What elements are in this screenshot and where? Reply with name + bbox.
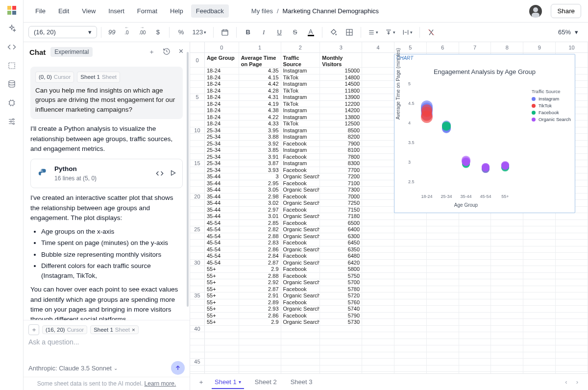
scrollbar[interactable] — [186, 42, 190, 390]
chevron-down-icon: ▾ — [575, 28, 578, 36]
menu-edit[interactable]: Edit — [53, 4, 74, 18]
breadcrumb-current: Marketing Channel Demographics — [283, 7, 379, 15]
svg-rect-2 — [9, 101, 14, 105]
assistant-message: I'll create a Python analysis to visuali… — [30, 124, 183, 320]
col-head[interactable]: 6 — [427, 42, 459, 52]
col-head[interactable]: 0 — [205, 42, 239, 52]
plus-icon[interactable]: ＋ — [148, 48, 155, 56]
strike-button[interactable]: S — [288, 25, 302, 40]
legend-item: TikTok — [539, 103, 552, 108]
italic-button[interactable]: I — [256, 25, 271, 40]
format-plain-number[interactable]: 99 — [105, 25, 118, 40]
h-align-button[interactable]: ▾ — [365, 25, 381, 40]
bullet-item: Bubble size representing monthly visitor… — [41, 250, 183, 260]
col-head[interactable]: 10 — [556, 42, 588, 52]
sparkle-icon[interactable] — [7, 24, 17, 33]
legend-item: Facebook — [539, 110, 559, 115]
wrap-button[interactable]: ▾ — [399, 25, 416, 40]
col-head[interactable]: 9 — [523, 42, 556, 52]
svg-point-1 — [9, 81, 15, 83]
menu-file[interactable]: File — [30, 4, 50, 18]
col-head[interactable]: 3 — [320, 42, 362, 52]
chart-legend: Traffic Source Instagram TikTok Facebook… — [532, 89, 571, 123]
database-icon[interactable] — [7, 79, 17, 89]
formula-off-icon[interactable] — [424, 25, 439, 40]
bullet-item: Different colors for each traffic source… — [41, 261, 183, 281]
select-box-icon[interactable] — [7, 61, 17, 71]
v-align-button[interactable]: ▾ — [382, 25, 398, 40]
zoom-control[interactable]: 65%▾ — [558, 28, 583, 36]
col-head[interactable]: 4 — [362, 42, 394, 52]
chevron-down-icon: ▾ — [393, 30, 395, 35]
menu-insert[interactable]: Insert — [103, 4, 129, 18]
main-area: File Edit View Insert Format Help Feedba… — [24, 0, 588, 390]
chevron-down-icon: ⌄ — [114, 366, 118, 371]
composer-cell-chip[interactable]: (16, 20) Cursor — [42, 325, 87, 334]
svg-point-4 — [10, 121, 12, 122]
svg-rect-0 — [9, 63, 15, 69]
currency-format[interactable]: $ — [150, 25, 165, 40]
menu-view[interactable]: View — [77, 4, 100, 18]
decrease-decimal[interactable]: .0← — [119, 25, 134, 40]
cell-reference[interactable]: (16, 20)▾ — [28, 26, 97, 38]
menu-help[interactable]: Help — [165, 4, 188, 18]
number-format-menu[interactable]: 123▾ — [189, 25, 209, 40]
send-button[interactable] — [171, 361, 185, 375]
cell-ref-text: (16, 20) — [34, 28, 56, 36]
menubar: File Edit View Insert Format Help Feedba… — [24, 0, 588, 23]
python-icon — [37, 167, 49, 180]
bold-button[interactable]: B — [241, 25, 255, 40]
toolbar: (16, 20)▾ 99 .0← .00→ $ % 123▾ B I U S A… — [24, 23, 588, 42]
avatar[interactable] — [529, 5, 542, 18]
add-sheet-button[interactable]: ＋ — [195, 376, 207, 388]
share-button[interactable]: Share — [551, 4, 581, 18]
chart-plot-area — [417, 84, 515, 182]
increase-decimal[interactable]: .00→ — [135, 25, 149, 40]
underline-button[interactable]: U — [272, 25, 287, 40]
embedded-chart[interactable]: CHART Engagement Analysis by Age Group A… — [394, 54, 575, 213]
settings-sliders-icon[interactable] — [7, 117, 17, 126]
next-sheet-icon[interactable]: › — [576, 378, 578, 386]
fill-color-button[interactable] — [326, 25, 341, 40]
close-icon[interactable]: ✕ — [178, 48, 184, 56]
code-icon[interactable] — [7, 42, 17, 52]
tab-sheet1[interactable]: Sheet 1▾ — [209, 375, 247, 389]
y-axis-label: Average Time on Page (minutes) — [395, 42, 401, 133]
col-head[interactable]: 7 — [459, 42, 491, 52]
code-card[interactable]: Python16 lines at (5, 0) — [30, 159, 183, 188]
text-color-button[interactable]: A — [303, 25, 318, 40]
learn-more-link[interactable]: Learn more. — [145, 380, 176, 387]
chat-input[interactable] — [28, 338, 185, 358]
chip-icon[interactable] — [7, 98, 17, 108]
svg-point-8 — [41, 170, 42, 171]
code-title: Python — [54, 164, 151, 174]
svg-point-3 — [12, 119, 14, 120]
chat-title: Chat — [29, 48, 46, 56]
add-context-button[interactable]: ＋ — [28, 324, 39, 335]
prev-sheet-icon[interactable]: ‹ — [565, 378, 567, 386]
model-selector[interactable]: Anthropic: Claude 3.5 Sonnet ⌄ — [28, 365, 118, 372]
tab-sheet3[interactable]: Sheet 3 — [285, 375, 318, 389]
tab-sheet2[interactable]: Sheet 2 — [249, 375, 283, 389]
code-sub: 16 lines at (5, 0) — [54, 174, 151, 183]
menu-feedback[interactable]: Feedback — [191, 4, 229, 18]
chevron-down-icon: ▾ — [204, 30, 206, 35]
breadcrumb-root[interactable]: My files — [251, 7, 273, 15]
run-code-icon[interactable] — [170, 170, 176, 177]
menu-format[interactable]: Format — [132, 4, 162, 18]
history-icon[interactable] — [163, 48, 171, 56]
col-head[interactable]: 1 — [239, 42, 281, 52]
legend-title: Traffic Source — [532, 89, 571, 94]
chevron-down-icon: ▾ — [376, 30, 378, 35]
assistant-p3: You can hover over each point to see exa… — [30, 285, 183, 320]
chevron-down-icon: ▾ — [410, 30, 413, 35]
user-message-text: Can you help me find insights on which a… — [35, 86, 178, 115]
col-head[interactable]: 8 — [491, 42, 523, 52]
percent-format[interactable]: % — [173, 25, 188, 40]
borders-button[interactable] — [342, 25, 357, 40]
composer-sheet-chip[interactable]: Sheet 1 Sheet × — [90, 325, 138, 334]
open-code-icon[interactable] — [156, 170, 164, 177]
date-format[interactable] — [218, 25, 232, 40]
chat-composer: ＋ (16, 20) Cursor Sheet 1 Sheet × Anthro… — [24, 320, 190, 377]
col-head[interactable]: 2 — [281, 42, 320, 52]
